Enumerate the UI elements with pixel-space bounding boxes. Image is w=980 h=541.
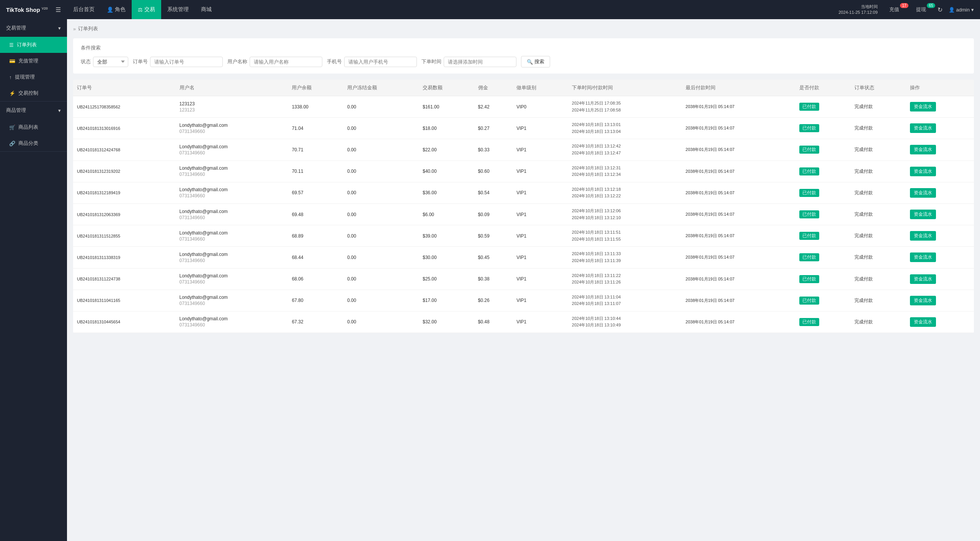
sidebar-item-order-list[interactable]: ☰ 订单列表: [0, 37, 67, 53]
search-panel: 条件搜索 状态 全部 已付款 未付款 完成付款 订单号 用户名称: [73, 38, 974, 74]
cell-is-paid: 已付款: [795, 139, 851, 161]
flow-button[interactable]: 资金流水: [910, 167, 936, 176]
flow-button[interactable]: 资金流水: [910, 274, 936, 284]
cell-status: 完成付款: [851, 290, 906, 311]
cell-time: 2024年10月18日 13:12:06 2024年10月18日 13:12:1…: [568, 203, 682, 225]
cell-time: 2024年10月18日 13:13:01 2024年10月18日 13:13:0…: [568, 118, 682, 139]
flow-button[interactable]: 资金流水: [910, 231, 936, 241]
cell-frozen: 0.00: [343, 161, 419, 182]
cell-status: 完成付款: [851, 203, 906, 225]
phone-label: 手机号: [327, 58, 342, 65]
cell-action[interactable]: 资金流水: [906, 182, 974, 203]
cell-is-paid: 已付款: [795, 290, 851, 311]
cell-last-pay: 2038年01月19日 05:14:07: [682, 182, 795, 203]
flow-button[interactable]: 资金流水: [910, 123, 936, 133]
chevron-down-icon: ▾: [971, 7, 974, 13]
cell-frozen: 0.00: [343, 182, 419, 203]
nav-item-trade[interactable]: ⚖ 交易: [132, 0, 161, 19]
cell-commission: $2.42: [474, 96, 513, 118]
sidebar-item-product-list[interactable]: 🛒 商品列表: [0, 119, 67, 135]
cell-last-pay: 2038年01月19日 05:14:07: [682, 225, 795, 247]
flow-button[interactable]: 资金流水: [910, 210, 936, 219]
flow-button[interactable]: 资金流水: [910, 102, 936, 111]
nav-toggle-icon[interactable]: ☰: [56, 6, 61, 13]
cell-action[interactable]: 资金流水: [906, 139, 974, 161]
cell-action[interactable]: 资金流水: [906, 203, 974, 225]
cell-action[interactable]: 资金流水: [906, 311, 974, 333]
cell-action[interactable]: 资金流水: [906, 268, 974, 290]
nav-item-mall[interactable]: 商城: [195, 0, 218, 19]
withdraw-action[interactable]: 提现 65: [911, 6, 931, 13]
time-label: 下单时间: [421, 58, 441, 65]
cell-frozen: 0.00: [343, 203, 419, 225]
nav-item-home[interactable]: 后台首页: [67, 0, 101, 19]
sidebar-section-product: 商品管理 ▾ 🛒 商品列表 🔗 商品分类: [0, 102, 67, 152]
search-row: 状态 全部 已付款 未付款 完成付款 订单号 用户名称: [81, 56, 966, 67]
cell-balance: 68.06: [288, 268, 343, 290]
order-no-label: 订单号: [133, 58, 148, 65]
cell-last-pay: 2038年01月19日 05:14:07: [682, 247, 795, 268]
cell-last-pay: 2038年01月19日 05:14:07: [682, 139, 795, 161]
table-row: UB2410181311338319 Londythato@gmail.com …: [73, 247, 974, 268]
table-row: UB2410181311512855 Londythato@gmail.com …: [73, 225, 974, 247]
cell-action[interactable]: 资金流水: [906, 118, 974, 139]
flow-button[interactable]: 资金流水: [910, 296, 936, 305]
flow-button[interactable]: 资金流水: [910, 145, 936, 154]
cell-last-pay: 2038年01月19日 05:14:07: [682, 311, 795, 333]
cell-action[interactable]: 资金流水: [906, 161, 974, 182]
cell-action[interactable]: 资金流水: [906, 96, 974, 118]
sidebar-item-trade-control[interactable]: ⚡ 交易控制: [0, 85, 67, 101]
flow-button[interactable]: 资金流水: [910, 188, 936, 198]
sidebar-header-product[interactable]: 商品管理 ▾: [0, 102, 67, 119]
username-input[interactable]: [250, 57, 322, 67]
cell-level: VIP0: [513, 96, 568, 118]
col-frozen: 用户冻结金额: [343, 80, 419, 96]
flow-button[interactable]: 资金流水: [910, 252, 936, 262]
order-no-input[interactable]: [150, 57, 223, 67]
search-button[interactable]: 🔍 搜索: [521, 56, 550, 67]
table-row: UB2410181313016916 Londythato@gmail.com …: [73, 118, 974, 139]
withdraw-sidebar-icon: ↑: [9, 74, 12, 80]
refresh-icon[interactable]: ↻: [938, 6, 942, 13]
cell-order-no: UB2410181311224738: [73, 268, 176, 290]
table-row: UB2410181312319202 Londythato@gmail.com …: [73, 161, 974, 182]
cell-frozen: 0.00: [343, 290, 419, 311]
breadcrumb-arrow: »: [73, 26, 76, 32]
cell-status: 完成付款: [851, 225, 906, 247]
table-row: UB2410181311224738 Londythato@gmail.com …: [73, 268, 974, 290]
admin-dropdown[interactable]: 👤 admin ▾: [949, 7, 974, 13]
col-order-time: 下单时间/付款时间: [568, 80, 682, 96]
cell-username: Londythato@gmail.com 0731349660: [176, 203, 288, 225]
cell-action[interactable]: 资金流水: [906, 290, 974, 311]
cell-level: VIP1: [513, 118, 568, 139]
cell-is-paid: 已付款: [795, 247, 851, 268]
cell-is-paid: 已付款: [795, 161, 851, 182]
status-select[interactable]: 全部 已付款 未付款 完成付款: [93, 57, 128, 67]
cell-action[interactable]: 资金流水: [906, 247, 974, 268]
nav-item-role[interactable]: 👤 角色: [101, 0, 132, 19]
cell-commission: $0.33: [474, 139, 513, 161]
table-row: UB2410181311041165 Londythato@gmail.com …: [73, 290, 974, 311]
cell-status: 完成付款: [851, 182, 906, 203]
sidebar-item-withdraw[interactable]: ↑ 提现管理: [0, 69, 67, 85]
charge-action[interactable]: 充值 17: [884, 6, 905, 13]
phone-input[interactable]: [344, 57, 417, 67]
search-panel-title: 条件搜索: [81, 44, 966, 51]
time-input[interactable]: [444, 57, 516, 67]
cell-commission: $0.59: [474, 225, 513, 247]
cell-is-paid: 已付款: [795, 118, 851, 139]
col-balance: 用户余额: [288, 80, 343, 96]
col-level: 做单级别: [513, 80, 568, 96]
sidebar-item-product-category[interactable]: 🔗 商品分类: [0, 135, 67, 151]
cell-frozen: 0.00: [343, 96, 419, 118]
cell-balance: 70.71: [288, 139, 343, 161]
cell-username: Londythato@gmail.com 0731349660: [176, 268, 288, 290]
nav-item-system[interactable]: 系统管理: [161, 0, 195, 19]
cell-commission: $0.26: [474, 290, 513, 311]
sidebar-header-trade[interactable]: 交易管理 ▾: [0, 19, 67, 37]
flow-button[interactable]: 资金流水: [910, 317, 936, 327]
cell-frozen: 0.00: [343, 311, 419, 333]
sidebar-item-recharge[interactable]: 💳 充值管理: [0, 53, 67, 69]
charge-icon: 💳: [9, 58, 15, 64]
cell-action[interactable]: 资金流水: [906, 225, 974, 247]
